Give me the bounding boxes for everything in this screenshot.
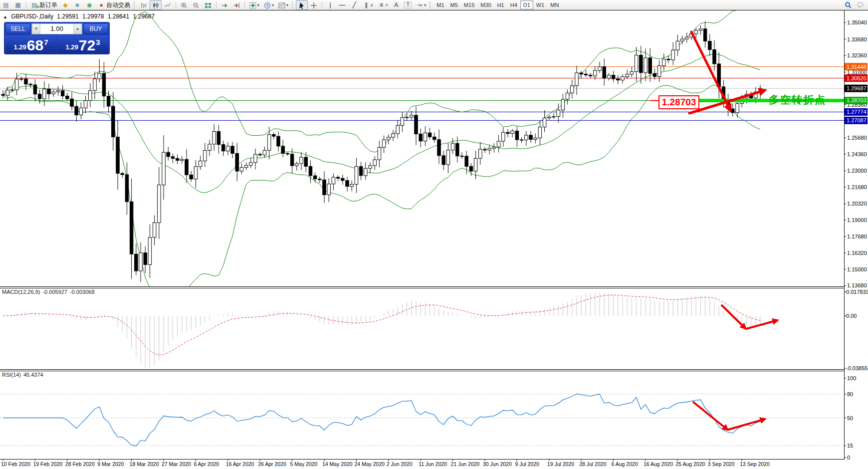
collapse-triangle-icon[interactable]: ▲ xyxy=(3,14,7,19)
bar-open-value: 1.29591 xyxy=(57,13,78,20)
mt4-terminal-window: { "toolbar": { "new_order": "新订单", "auto… xyxy=(0,0,868,469)
svg-text:6 Aug 2020: 6 Aug 2020 xyxy=(612,461,638,467)
svg-text:28 Jul 2020: 28 Jul 2020 xyxy=(579,461,606,467)
svg-text:6 Apr 2020: 6 Apr 2020 xyxy=(194,461,219,467)
svg-text:-0.038559: -0.038559 xyxy=(846,365,868,371)
svg-text:15: 15 xyxy=(847,443,853,449)
svg-text:11 Jun 2020: 11 Jun 2020 xyxy=(419,461,447,467)
svg-text:1.31448: 1.31448 xyxy=(847,64,867,70)
macd-name: MACD(12,26,9) xyxy=(2,289,40,295)
buy-button[interactable]: BUY xyxy=(83,23,108,34)
svg-text:3 Sep 2020: 3 Sep 2020 xyxy=(708,461,735,467)
volume-decrease-button[interactable]: ▼ xyxy=(32,24,40,34)
svg-text:2 Jun 2020: 2 Jun 2020 xyxy=(387,461,413,467)
svg-text:80: 80 xyxy=(847,391,853,397)
sell-price-prefix: 1.29 xyxy=(13,43,26,51)
svg-text:1.13680: 1.13680 xyxy=(847,282,867,288)
svg-text:0.017833: 0.017833 xyxy=(846,289,868,295)
volume-increase-button[interactable]: ▲ xyxy=(73,24,82,34)
svg-text:1.20320: 1.20320 xyxy=(847,201,867,207)
svg-text:1.27774: 1.27774 xyxy=(847,109,867,115)
svg-text:24 May 2020: 24 May 2020 xyxy=(354,461,385,467)
svg-text:1.25680: 1.25680 xyxy=(847,135,867,141)
price-axis: 1.350401.336801.323601.310001.296401.283… xyxy=(845,10,868,461)
volume-stepper: ▼ 1.00 ▲ xyxy=(31,23,82,34)
svg-text:13 Sep 2020: 13 Sep 2020 xyxy=(740,461,770,467)
svg-text:5 May 2020: 5 May 2020 xyxy=(290,461,318,467)
sell-price-display[interactable]: 1.29687 xyxy=(5,35,56,53)
rsi-name: RSI(14) xyxy=(2,372,21,378)
svg-text:1.27087: 1.27087 xyxy=(847,117,867,123)
svg-text:16 Aug 2020: 16 Aug 2020 xyxy=(644,461,673,467)
svg-text:28 Feb 2020: 28 Feb 2020 xyxy=(65,461,95,467)
svg-text:30 Jun 2020: 30 Jun 2020 xyxy=(483,461,512,467)
macd-signal-value: -0.003068 xyxy=(70,289,95,295)
buy-price-display[interactable]: 1.29723 xyxy=(57,35,108,53)
sell-price-big-digits: 68 xyxy=(27,38,43,52)
volume-value[interactable]: 1.00 xyxy=(40,24,73,34)
svg-text:21 Jun 2020: 21 Jun 2020 xyxy=(451,461,480,467)
svg-text:1.32360: 1.32360 xyxy=(847,52,867,58)
chart-canvas[interactable]: 1.350401.336801.323601.310001.296401.283… xyxy=(0,0,868,469)
svg-text:1.19000: 1.19000 xyxy=(847,217,867,223)
svg-text:10 Feb 2020: 10 Feb 2020 xyxy=(1,461,30,467)
svg-text:1.21680: 1.21680 xyxy=(847,184,867,190)
macd-main-value: -0.005927 xyxy=(42,289,67,295)
svg-text:0.00: 0.00 xyxy=(846,313,857,319)
bar-low-value: 1.28641 xyxy=(108,13,129,20)
svg-text:27 Mar 2020: 27 Mar 2020 xyxy=(162,461,191,467)
svg-text:18 Mar 2020: 18 Mar 2020 xyxy=(130,461,159,467)
buy-price-prefix: 1.29 xyxy=(65,43,78,51)
svg-text:1.16320: 1.16320 xyxy=(847,250,867,256)
svg-text:1.35040: 1.35040 xyxy=(847,19,867,25)
svg-text:9 Mar 2020: 9 Mar 2020 xyxy=(97,461,124,467)
svg-text:1.30520: 1.30520 xyxy=(847,75,867,81)
buy-price-big-digits: 72 xyxy=(79,38,95,52)
rsi-value: 45.4374 xyxy=(23,372,43,378)
turning-point-annotation[interactable]: 多空转折点 xyxy=(769,93,826,107)
svg-text:16 Apr 2020: 16 Apr 2020 xyxy=(226,461,254,467)
svg-text:0: 0 xyxy=(847,455,850,461)
svg-text:100: 100 xyxy=(847,375,856,381)
bar-close-value: 1.29687 xyxy=(133,13,155,20)
support-price-annotation[interactable]: 1.28703 xyxy=(658,95,699,109)
svg-text:1.23000: 1.23000 xyxy=(847,168,867,174)
bar-high-value: 1.29978 xyxy=(82,13,104,20)
macd-indicator-label: MACD(12,26,9)-0.005927-0.003068 xyxy=(2,289,97,295)
sell-button[interactable]: SELL xyxy=(5,23,30,34)
one-click-trading-panel: SELL ▼ 1.00 ▲ BUY 1.29687 1.29723 xyxy=(4,22,110,54)
svg-text:26 Apr 2020: 26 Apr 2020 xyxy=(258,461,286,467)
chart-symbol-period: GBPUSD-,Daily xyxy=(11,13,53,20)
svg-text:1.17680: 1.17680 xyxy=(847,234,867,239)
svg-text:1.24360: 1.24360 xyxy=(847,151,867,157)
svg-text:50: 50 xyxy=(847,415,853,421)
chart-ohlc-title: ▲ GBPUSD-,Daily 1.29591 1.29978 1.28641 … xyxy=(3,13,157,20)
svg-text:19 Jul 2020: 19 Jul 2020 xyxy=(547,461,574,467)
sell-price-pip-digit: 7 xyxy=(44,38,48,46)
svg-text:14 May 2020: 14 May 2020 xyxy=(322,461,353,467)
svg-text:19 Feb 2020: 19 Feb 2020 xyxy=(33,461,62,467)
svg-text:1.28703: 1.28703 xyxy=(847,97,867,103)
svg-text:1.33680: 1.33680 xyxy=(847,36,867,42)
svg-text:25 Aug 2020: 25 Aug 2020 xyxy=(675,461,705,467)
svg-text:1.15000: 1.15000 xyxy=(847,266,867,272)
svg-text:9 Jul 2020: 9 Jul 2020 xyxy=(515,461,539,467)
rsi-indicator-label: RSI(14)45.4374 xyxy=(2,372,46,378)
buy-price-pip-digit: 3 xyxy=(96,38,100,46)
svg-text:1.29687: 1.29687 xyxy=(847,85,867,91)
